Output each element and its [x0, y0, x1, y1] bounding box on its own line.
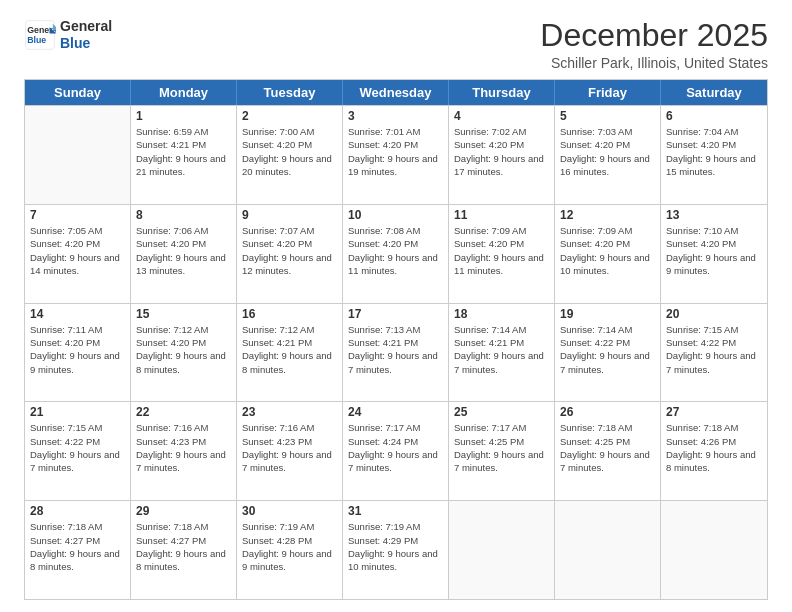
day-info: Sunrise: 7:09 AM Sunset: 4:20 PM Dayligh… [560, 224, 655, 277]
day-info: Sunrise: 7:03 AM Sunset: 4:20 PM Dayligh… [560, 125, 655, 178]
weekday-header: Thursday [449, 80, 555, 105]
weekday-header: Friday [555, 80, 661, 105]
logo: General Blue General Blue [24, 18, 112, 52]
day-number: 10 [348, 208, 443, 222]
day-info: Sunrise: 7:14 AM Sunset: 4:21 PM Dayligh… [454, 323, 549, 376]
calendar-cell: 31Sunrise: 7:19 AM Sunset: 4:29 PM Dayli… [343, 501, 449, 599]
day-info: Sunrise: 7:08 AM Sunset: 4:20 PM Dayligh… [348, 224, 443, 277]
day-number: 9 [242, 208, 337, 222]
calendar-cell: 3Sunrise: 7:01 AM Sunset: 4:20 PM Daylig… [343, 106, 449, 204]
calendar-row: 21Sunrise: 7:15 AM Sunset: 4:22 PM Dayli… [25, 401, 767, 500]
day-number: 23 [242, 405, 337, 419]
day-number: 5 [560, 109, 655, 123]
calendar-cell: 4Sunrise: 7:02 AM Sunset: 4:20 PM Daylig… [449, 106, 555, 204]
calendar-cell: 9Sunrise: 7:07 AM Sunset: 4:20 PM Daylig… [237, 205, 343, 303]
day-info: Sunrise: 7:17 AM Sunset: 4:25 PM Dayligh… [454, 421, 549, 474]
day-info: Sunrise: 7:19 AM Sunset: 4:29 PM Dayligh… [348, 520, 443, 573]
calendar-row: 28Sunrise: 7:18 AM Sunset: 4:27 PM Dayli… [25, 500, 767, 599]
subtitle: Schiller Park, Illinois, United States [540, 55, 768, 71]
day-info: Sunrise: 7:09 AM Sunset: 4:20 PM Dayligh… [454, 224, 549, 277]
day-number: 15 [136, 307, 231, 321]
title-block: December 2025 Schiller Park, Illinois, U… [540, 18, 768, 71]
day-info: Sunrise: 7:15 AM Sunset: 4:22 PM Dayligh… [666, 323, 762, 376]
day-info: Sunrise: 7:10 AM Sunset: 4:20 PM Dayligh… [666, 224, 762, 277]
day-number: 14 [30, 307, 125, 321]
calendar-cell: 2Sunrise: 7:00 AM Sunset: 4:20 PM Daylig… [237, 106, 343, 204]
day-number: 16 [242, 307, 337, 321]
page: General Blue General Blue December 2025 … [0, 0, 792, 612]
day-info: Sunrise: 7:11 AM Sunset: 4:20 PM Dayligh… [30, 323, 125, 376]
day-info: Sunrise: 7:14 AM Sunset: 4:22 PM Dayligh… [560, 323, 655, 376]
calendar-row: 1Sunrise: 6:59 AM Sunset: 4:21 PM Daylig… [25, 105, 767, 204]
weekday-header: Saturday [661, 80, 767, 105]
day-info: Sunrise: 7:12 AM Sunset: 4:21 PM Dayligh… [242, 323, 337, 376]
weekday-header: Wednesday [343, 80, 449, 105]
day-number: 26 [560, 405, 655, 419]
day-number: 3 [348, 109, 443, 123]
svg-text:Blue: Blue [27, 35, 46, 45]
day-info: Sunrise: 7:12 AM Sunset: 4:20 PM Dayligh… [136, 323, 231, 376]
day-info: Sunrise: 7:05 AM Sunset: 4:20 PM Dayligh… [30, 224, 125, 277]
calendar-row: 7Sunrise: 7:05 AM Sunset: 4:20 PM Daylig… [25, 204, 767, 303]
day-number: 19 [560, 307, 655, 321]
day-number: 13 [666, 208, 762, 222]
calendar-cell: 16Sunrise: 7:12 AM Sunset: 4:21 PM Dayli… [237, 304, 343, 402]
day-info: Sunrise: 7:19 AM Sunset: 4:28 PM Dayligh… [242, 520, 337, 573]
day-info: Sunrise: 7:17 AM Sunset: 4:24 PM Dayligh… [348, 421, 443, 474]
calendar-cell: 27Sunrise: 7:18 AM Sunset: 4:26 PM Dayli… [661, 402, 767, 500]
weekday-header: Tuesday [237, 80, 343, 105]
calendar-cell: 10Sunrise: 7:08 AM Sunset: 4:20 PM Dayli… [343, 205, 449, 303]
calendar-cell: 28Sunrise: 7:18 AM Sunset: 4:27 PM Dayli… [25, 501, 131, 599]
day-info: Sunrise: 7:18 AM Sunset: 4:25 PM Dayligh… [560, 421, 655, 474]
day-number: 17 [348, 307, 443, 321]
calendar-cell: 19Sunrise: 7:14 AM Sunset: 4:22 PM Dayli… [555, 304, 661, 402]
day-info: Sunrise: 7:00 AM Sunset: 4:20 PM Dayligh… [242, 125, 337, 178]
calendar-header: SundayMondayTuesdayWednesdayThursdayFrid… [25, 80, 767, 105]
day-number: 2 [242, 109, 337, 123]
calendar-cell [661, 501, 767, 599]
day-number: 21 [30, 405, 125, 419]
day-number: 24 [348, 405, 443, 419]
calendar-cell: 13Sunrise: 7:10 AM Sunset: 4:20 PM Dayli… [661, 205, 767, 303]
day-number: 22 [136, 405, 231, 419]
day-number: 12 [560, 208, 655, 222]
calendar-cell: 14Sunrise: 7:11 AM Sunset: 4:20 PM Dayli… [25, 304, 131, 402]
calendar-cell: 21Sunrise: 7:15 AM Sunset: 4:22 PM Dayli… [25, 402, 131, 500]
calendar-cell: 6Sunrise: 7:04 AM Sunset: 4:20 PM Daylig… [661, 106, 767, 204]
day-number: 28 [30, 504, 125, 518]
calendar-cell: 18Sunrise: 7:14 AM Sunset: 4:21 PM Dayli… [449, 304, 555, 402]
calendar-cell: 17Sunrise: 7:13 AM Sunset: 4:21 PM Dayli… [343, 304, 449, 402]
day-info: Sunrise: 7:18 AM Sunset: 4:27 PM Dayligh… [136, 520, 231, 573]
day-number: 29 [136, 504, 231, 518]
day-info: Sunrise: 7:07 AM Sunset: 4:20 PM Dayligh… [242, 224, 337, 277]
weekday-header: Sunday [25, 80, 131, 105]
day-info: Sunrise: 7:02 AM Sunset: 4:20 PM Dayligh… [454, 125, 549, 178]
calendar: SundayMondayTuesdayWednesdayThursdayFrid… [24, 79, 768, 600]
weekday-header: Monday [131, 80, 237, 105]
calendar-cell [555, 501, 661, 599]
calendar-cell: 1Sunrise: 6:59 AM Sunset: 4:21 PM Daylig… [131, 106, 237, 204]
calendar-cell: 7Sunrise: 7:05 AM Sunset: 4:20 PM Daylig… [25, 205, 131, 303]
calendar-cell: 24Sunrise: 7:17 AM Sunset: 4:24 PM Dayli… [343, 402, 449, 500]
day-info: Sunrise: 7:01 AM Sunset: 4:20 PM Dayligh… [348, 125, 443, 178]
calendar-cell: 11Sunrise: 7:09 AM Sunset: 4:20 PM Dayli… [449, 205, 555, 303]
day-info: Sunrise: 6:59 AM Sunset: 4:21 PM Dayligh… [136, 125, 231, 178]
calendar-cell: 15Sunrise: 7:12 AM Sunset: 4:20 PM Dayli… [131, 304, 237, 402]
day-number: 27 [666, 405, 762, 419]
calendar-cell: 29Sunrise: 7:18 AM Sunset: 4:27 PM Dayli… [131, 501, 237, 599]
day-number: 30 [242, 504, 337, 518]
logo-line1: General [60, 18, 112, 35]
calendar-cell: 12Sunrise: 7:09 AM Sunset: 4:20 PM Dayli… [555, 205, 661, 303]
day-info: Sunrise: 7:18 AM Sunset: 4:27 PM Dayligh… [30, 520, 125, 573]
calendar-cell: 25Sunrise: 7:17 AM Sunset: 4:25 PM Dayli… [449, 402, 555, 500]
calendar-cell: 23Sunrise: 7:16 AM Sunset: 4:23 PM Dayli… [237, 402, 343, 500]
day-info: Sunrise: 7:15 AM Sunset: 4:22 PM Dayligh… [30, 421, 125, 474]
day-number: 4 [454, 109, 549, 123]
calendar-cell: 30Sunrise: 7:19 AM Sunset: 4:28 PM Dayli… [237, 501, 343, 599]
day-number: 31 [348, 504, 443, 518]
calendar-cell [25, 106, 131, 204]
header: General Blue General Blue December 2025 … [24, 18, 768, 71]
day-number: 25 [454, 405, 549, 419]
calendar-cell [449, 501, 555, 599]
calendar-cell: 8Sunrise: 7:06 AM Sunset: 4:20 PM Daylig… [131, 205, 237, 303]
